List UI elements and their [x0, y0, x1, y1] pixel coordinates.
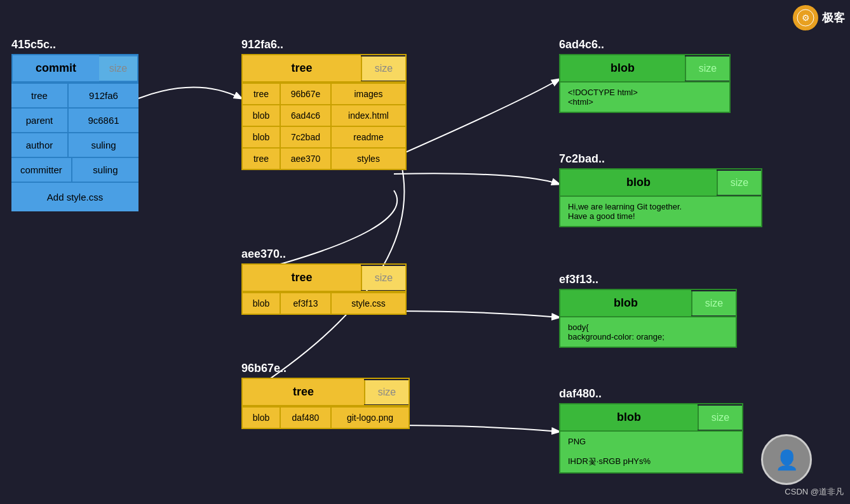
blob-ef3f13: ef3f13.. blob size body{ background-colo… — [559, 273, 737, 348]
tree-96b67e-type: tree — [243, 379, 364, 405]
commit-row-parent-right: 9c6861 — [69, 109, 138, 132]
avatar: 👤 — [761, 434, 812, 485]
tree-912fa6-size: size — [361, 56, 405, 81]
commit-title-row: commit size — [11, 54, 138, 83]
tree-912fa6-label: 912fa6.. — [241, 38, 407, 51]
commit-object: 415c5c.. commit size tree 912fa6 parent … — [11, 38, 138, 211]
commit-size: size — [99, 56, 137, 81]
blob-ef3f13-content: body{ background-color: orange; — [559, 317, 737, 348]
tree-96b67e-row-0: blob daf480 git-logo.png — [241, 406, 410, 429]
tree-aee370-row-0: blob ef3f13 style.css — [241, 292, 407, 315]
blob-6ad4c6-header: blob size — [559, 54, 731, 83]
tree-912fa6-row-0: tree 96b67e images — [241, 83, 407, 104]
commit-label: 415c5c.. — [11, 38, 138, 51]
blob-6ad4c6-size: size — [685, 56, 729, 81]
commit-row-tree-right: 912fa6 — [69, 84, 138, 107]
tree-912fa6-row-2: blob 7c2bad readme — [241, 126, 407, 147]
blob-daf480: daf480.. blob size PNG IHDR꽃·sRGB pHYs% — [559, 387, 743, 474]
blob-daf480-label: daf480.. — [559, 387, 743, 401]
commit-type: commit — [13, 55, 99, 81]
watermark: CSDN @道非凡 — [785, 486, 844, 498]
blob-daf480-content: PNG IHDR꽃·sRGB pHYs% — [559, 432, 743, 474]
blob-daf480-size: size — [698, 406, 742, 430]
blob-6ad4c6-type: blob — [560, 55, 685, 81]
tree-912fa6-row-1: blob 6ad4c6 index.html — [241, 104, 407, 126]
tree-96b67e: 96b67e.. tree size blob daf480 git-logo.… — [241, 362, 410, 429]
blob-7c2bad: 7c2bad.. blob size Hi,we are learning Gi… — [559, 152, 762, 227]
tree-aee370-size: size — [361, 266, 405, 290]
logo-area: ⚙ 极客 — [793, 5, 845, 30]
blob-ef3f13-label: ef3f13.. — [559, 273, 737, 286]
blob-7c2bad-content: Hi,we are learning Git together. Have a … — [559, 197, 762, 227]
tree-912fa6-row-3: tree aee370 styles — [241, 147, 407, 170]
blob-daf480-header: blob size — [559, 403, 743, 432]
commit-row-tree-left: tree — [11, 84, 69, 107]
svg-text:⚙: ⚙ — [802, 13, 810, 23]
commit-row-committer: committer suling — [11, 157, 138, 182]
canvas: ⚙ 极客 415c5c.. commit size tree 912fa6 pa… — [0, 0, 850, 504]
blob-7c2bad-size: size — [717, 171, 761, 195]
blob-ef3f13-header: blob size — [559, 289, 737, 317]
blob-7c2bad-type: blob — [560, 169, 717, 196]
blob-ef3f13-size: size — [691, 291, 736, 315]
commit-row-committer-left: committer — [11, 158, 72, 182]
tree-aee370-type: tree — [243, 265, 361, 291]
tree-912fa6: 912fa6.. tree size tree 96b67e images bl… — [241, 38, 407, 170]
logo-text: 极客 — [822, 10, 845, 25]
blob-7c2bad-label: 7c2bad.. — [559, 152, 762, 166]
commit-row-tree: tree 912fa6 — [11, 83, 138, 107]
tree-912fa6-header: tree size — [241, 54, 407, 83]
tree-96b67e-header: tree size — [241, 378, 410, 406]
tree-96b67e-size: size — [364, 380, 408, 404]
commit-message: Add style.css — [11, 182, 138, 211]
commit-row-author-right: suling — [69, 133, 138, 157]
tree-912fa6-type: tree — [243, 55, 361, 81]
commit-row-committer-right: suling — [72, 158, 138, 182]
blob-daf480-type: blob — [560, 404, 698, 430]
commit-row-parent-left: parent — [11, 109, 69, 132]
tree-96b67e-label: 96b67e.. — [241, 362, 410, 375]
blob-ef3f13-type: blob — [560, 290, 691, 316]
commit-row-author-left: author — [11, 133, 69, 157]
tree-aee370-header: tree size — [241, 263, 407, 292]
blob-6ad4c6-content: <!DOCTYPE html> <html> — [559, 83, 731, 113]
logo-icon: ⚙ — [793, 5, 818, 30]
tree-aee370-label: aee370.. — [241, 248, 407, 261]
commit-row-parent: parent 9c6861 — [11, 107, 138, 132]
blob-6ad4c6: 6ad4c6.. blob size <!DOCTYPE html> <html… — [559, 38, 731, 113]
commit-row-author: author suling — [11, 132, 138, 157]
tree-aee370: aee370.. tree size blob ef3f13 style.css — [241, 248, 407, 315]
blob-7c2bad-header: blob size — [559, 168, 762, 197]
blob-6ad4c6-label: 6ad4c6.. — [559, 38, 731, 51]
